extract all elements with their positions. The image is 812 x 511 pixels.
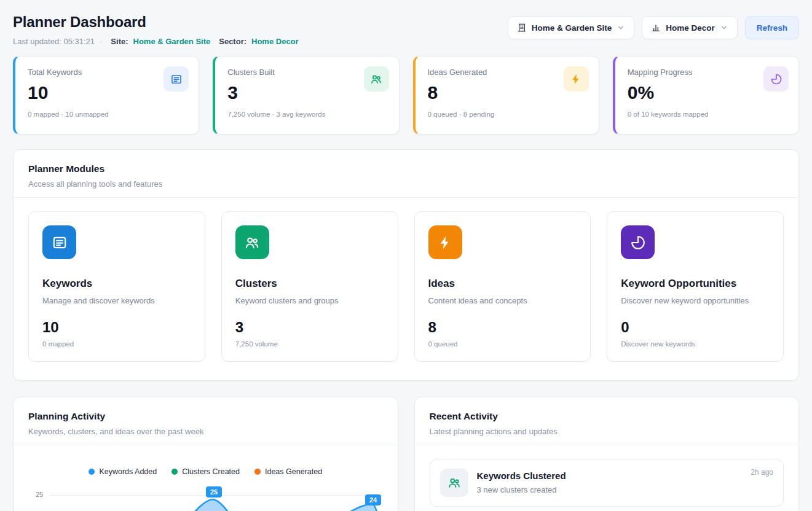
document-icon: [164, 66, 189, 92]
document-icon: [42, 225, 76, 259]
module-card-keyword-opportunities[interactable]: Keyword Opportunities Discover new keywo…: [607, 211, 784, 362]
recent-item-description: 3 new clusters created: [477, 485, 566, 494]
module-detail: 0 queued: [428, 340, 577, 348]
recent-activity-header: Recent Activity Latest planning actions …: [415, 397, 799, 445]
site-label: Site:: [111, 37, 128, 46]
page-title: Planner Dashboard: [13, 14, 299, 31]
legend-item-keywords-added: Keywords Added: [89, 467, 157, 476]
y-axis-tick: 25: [36, 491, 43, 498]
modules-grid: Keywords Manage and discover keywords 10…: [14, 198, 798, 380]
users-icon: [364, 66, 389, 92]
planner-dashboard-page: Planner Dashboard Last updated: 05:31:21…: [0, 0, 812, 511]
recent-item-texts: Keywords Clustered 3 new clusters create…: [477, 469, 566, 494]
lightning-icon: [428, 225, 462, 259]
chevron-down-icon: [720, 23, 728, 32]
module-value: 10: [42, 319, 191, 336]
sector-link[interactable]: Home Decor: [251, 37, 299, 46]
stat-detail: 7,250 volume · 3 avg keywords: [227, 111, 387, 118]
section-subtitle: Latest planning actions and updates: [430, 427, 784, 436]
refresh-button[interactable]: Refresh: [745, 16, 799, 39]
site-selector-label: Home & Garden Site: [532, 23, 612, 33]
bar-chart-icon: [651, 23, 661, 33]
module-description: Keyword clusters and groups: [235, 296, 384, 305]
users-icon: [440, 469, 468, 497]
module-title: Keyword Opportunities: [621, 278, 770, 290]
module-card-keywords[interactable]: Keywords Manage and discover keywords 10…: [28, 211, 205, 362]
section-title: Planning Activity: [28, 411, 383, 422]
module-card-ideas[interactable]: Ideas Content ideas and concepts 8 0 que…: [414, 211, 591, 362]
module-title: Keywords: [42, 278, 191, 290]
legend-dot-icon: [89, 469, 95, 475]
recent-item-timestamp: 2h ago: [751, 468, 773, 477]
pie-chart-icon: [763, 66, 789, 92]
recent-item-title: Keywords Clustered: [477, 470, 566, 481]
list-item-keywords-clustered: Keywords Clustered 3 new clusters create…: [430, 459, 784, 507]
planning-activity-chart: 25 25 24: [25, 483, 387, 511]
data-point-label: 25: [206, 486, 222, 497]
chart-legend: Keywords Added Clusters Created Ideas Ge…: [14, 467, 398, 476]
legend-label: Ideas Generated: [265, 467, 322, 476]
pie-chart-icon: [621, 225, 655, 259]
data-point-label: 24: [365, 494, 381, 505]
header-titles: Planner Dashboard Last updated: 05:31:21…: [13, 9, 299, 46]
legend-dot-icon: [171, 469, 178, 475]
module-title: Ideas: [428, 278, 577, 290]
building-icon: [517, 23, 527, 33]
legend-dot-icon: [254, 469, 261, 475]
dashboard-header: Planner Dashboard Last updated: 05:31:21…: [13, 9, 799, 46]
sector-label: Sector:: [219, 37, 246, 46]
site-selector-dropdown[interactable]: Home & Garden Site: [508, 16, 635, 39]
module-value: 3: [235, 319, 384, 336]
legend-label: Keywords Added: [99, 467, 157, 476]
planning-activity-header: Planning Activity Keywords, clusters, an…: [14, 397, 398, 445]
stat-cards-row: Total Keywords 10 0 mapped · 10 unmapped…: [13, 56, 799, 135]
bottom-panels: Planning Activity Keywords, clusters, an…: [13, 397, 799, 511]
module-description: Manage and discover keywords: [42, 296, 191, 305]
legend-item-ideas-generated: Ideas Generated: [254, 467, 322, 476]
stat-card-mapping-progress: Mapping Progress 0% 0 of 10 keywords map…: [613, 56, 799, 135]
module-value: 8: [428, 319, 577, 336]
stat-card-ideas-generated: Ideas Generated 8 0 queued · 8 pending: [413, 56, 599, 135]
lightning-icon: [564, 66, 589, 92]
chevron-down-icon: [617, 23, 625, 32]
section-subtitle: Access all planning tools and features: [28, 179, 784, 189]
module-description: Content ideas and concepts: [428, 296, 577, 305]
stat-detail: 0 of 10 keywords mapped: [628, 111, 787, 118]
module-detail: 7,250 volume: [235, 340, 384, 348]
stat-card-clusters-built: Clusters Built 3 7,250 volume · 3 avg ke…: [213, 56, 399, 135]
legend-label: Clusters Created: [182, 467, 240, 476]
legend-item-clusters-created: Clusters Created: [171, 467, 240, 476]
divider: [14, 445, 398, 445]
module-detail: 0 mapped: [42, 340, 191, 348]
stat-detail: 0 queued · 8 pending: [428, 111, 588, 118]
page-meta: Last updated: 05:31:21 · Site: Home & Ga…: [13, 37, 299, 46]
planning-activity-panel: Planning Activity Keywords, clusters, an…: [13, 397, 398, 511]
sector-selector-label: Home Decor: [666, 23, 715, 33]
stat-detail: 0 mapped · 10 unmapped: [28, 111, 187, 118]
planner-modules-card: Planner Modules Access all planning tool…: [13, 149, 799, 381]
section-title: Planner Modules: [28, 163, 784, 174]
stat-card-total-keywords: Total Keywords 10 0 mapped · 10 unmapped: [13, 56, 199, 135]
header-controls: Home & Garden Site Home Decor Refresh: [508, 16, 799, 39]
planner-modules-header: Planner Modules Access all planning tool…: [14, 150, 798, 197]
last-updated-text: Last updated: 05:31:21: [13, 37, 95, 46]
section-subtitle: Keywords, clusters, and ideas over the p…: [28, 427, 383, 436]
module-value: 0: [621, 319, 770, 336]
recent-activity-list: Keywords Clustered 3 new clusters create…: [415, 445, 799, 511]
module-description: Discover new keyword opportunities: [621, 296, 770, 305]
meta-separator: ·: [100, 37, 102, 46]
site-link[interactable]: Home & Garden Site: [133, 37, 211, 46]
sector-selector-dropdown[interactable]: Home Decor: [642, 16, 738, 39]
module-title: Clusters: [235, 278, 384, 290]
module-card-clusters[interactable]: Clusters Keyword clusters and groups 3 7…: [221, 211, 398, 362]
section-title: Recent Activity: [430, 411, 784, 422]
users-icon: [235, 225, 269, 259]
recent-activity-panel: Recent Activity Latest planning actions …: [414, 397, 800, 511]
module-detail: Discover new keywords: [621, 340, 770, 348]
